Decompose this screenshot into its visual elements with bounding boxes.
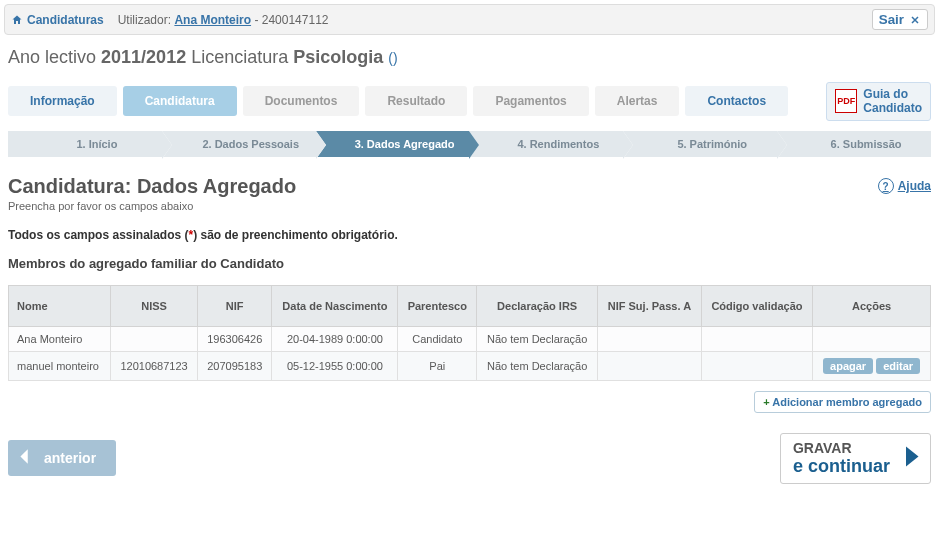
user-id: 2400147112	[262, 13, 329, 27]
tab-contactos[interactable]: Contactos	[685, 86, 788, 116]
page-title-row: Candidatura: Dados Agregado ? Ajuda	[0, 167, 939, 200]
heading-mid: Licenciatura	[186, 47, 293, 67]
add-member-button[interactable]: + Adicionar membro agregado	[754, 391, 931, 413]
nav-row: anterior GRAVAR e continuar	[0, 419, 939, 494]
chevron-left-icon	[14, 446, 36, 471]
tab-candidatura[interactable]: Candidatura	[123, 86, 237, 116]
step-inicio[interactable]: 1. Início	[8, 131, 162, 157]
col-nifsuj: NIF Suj. Pass. A	[598, 285, 702, 326]
edit-button[interactable]: editar	[876, 358, 920, 374]
cell-niss	[111, 326, 198, 351]
candidaturas-label: Candidaturas	[27, 13, 104, 27]
step-patrimonio[interactable]: 5. Património	[623, 131, 777, 157]
col-codval: Código validação	[701, 285, 813, 326]
step-rendimentos[interactable]: 4. Rendimentos	[469, 131, 623, 157]
add-row: + Adicionar membro agregado	[0, 385, 939, 419]
col-acc: Acções	[813, 285, 931, 326]
cell-nome: manuel monteiro	[9, 351, 111, 380]
heading-paren: ()	[388, 50, 397, 66]
top-bar: Candidaturas Utilizador: Ana Monteiro - …	[4, 4, 935, 35]
help-icon: ?	[878, 178, 894, 194]
page-title: Candidatura: Dados Agregado	[8, 175, 296, 198]
user-info: Utilizador: Ana Monteiro - 2400147112	[118, 13, 329, 27]
mand-post: ) são de preenchimento obrigatório.	[193, 228, 398, 242]
next-label-2: e continuar	[793, 456, 890, 477]
tab-pagamentos[interactable]: Pagamentos	[473, 86, 588, 116]
user-label: Utilizador:	[118, 13, 171, 27]
col-dn: Data de Nascimento	[272, 285, 398, 326]
table-row: manuel monteiro 12010687123 207095183 05…	[9, 351, 931, 380]
tab-alertas[interactable]: Alertas	[595, 86, 680, 116]
previous-button[interactable]: anterior	[8, 440, 116, 476]
cell-niss: 12010687123	[111, 351, 198, 380]
col-niss: NISS	[111, 285, 198, 326]
page-subtitle: Preencha por favor os campos abaixo	[0, 200, 939, 222]
cell-irs: Não tem Declaração	[477, 326, 598, 351]
delete-button[interactable]: apagar	[823, 358, 873, 374]
wizard-steps: 1. Início 2. Dados Pessoais 3. Dados Agr…	[0, 127, 939, 167]
home-icon	[11, 14, 23, 26]
step-submissao[interactable]: 6. Submissão	[777, 131, 931, 157]
step-dados-agregado[interactable]: 3. Dados Agregado	[316, 131, 470, 157]
cell-codval	[701, 326, 813, 351]
col-irs: Declaração IRS	[477, 285, 598, 326]
help-link[interactable]: ? Ajuda	[878, 178, 931, 194]
save-continue-button[interactable]: GRAVAR e continuar	[780, 433, 931, 484]
col-parent: Parentesco	[398, 285, 477, 326]
cell-nif: 207095183	[198, 351, 272, 380]
mandatory-note: Todos os campos assinalados (*) são de p…	[0, 222, 939, 248]
cell-nif: 196306426	[198, 326, 272, 351]
cell-dn: 05-12-1955 0:00:00	[272, 351, 398, 380]
tab-informacao[interactable]: Informação	[8, 86, 117, 116]
guide-line2: Candidato	[863, 101, 922, 115]
guide-button[interactable]: PDF Guia doCandidato	[826, 82, 931, 121]
cell-nifsuj	[598, 351, 702, 380]
guide-line1: Guia do	[863, 87, 908, 101]
cell-irs: Não tem Declaração	[477, 351, 598, 380]
cell-dn: 20-04-1989 0:00:00	[272, 326, 398, 351]
candidaturas-link[interactable]: Candidaturas	[11, 13, 104, 27]
user-name-link[interactable]: Ana Monteiro	[174, 13, 251, 27]
plus-icon: +	[763, 396, 769, 408]
step-dados-pessoais[interactable]: 2. Dados Pessoais	[162, 131, 316, 157]
col-nif: NIF	[198, 285, 272, 326]
page-heading: Ano lectivo 2011/2012 Licenciatura Psico…	[0, 39, 939, 70]
logout-label: Sair	[879, 12, 904, 27]
mand-pre: Todos os campos assinalados (	[8, 228, 189, 242]
add-member-label: Adicionar membro agregado	[772, 396, 922, 408]
members-table: Nome NISS NIF Data de Nascimento Parente…	[8, 285, 931, 381]
help-label: Ajuda	[898, 179, 931, 193]
table-row: Ana Monteiro 196306426 20-04-1989 0:00:0…	[9, 326, 931, 351]
previous-label: anterior	[44, 450, 96, 466]
heading-course: Psicologia	[293, 47, 383, 67]
cell-codval	[701, 351, 813, 380]
next-label-1: GRAVAR	[793, 440, 890, 456]
cell-parent: Pai	[398, 351, 477, 380]
cell-acc: apagar editar	[813, 351, 931, 380]
col-nome: Nome	[9, 285, 111, 326]
cell-parent: Candidato	[398, 326, 477, 351]
section-title: Membros do agregado familiar do Candidat…	[0, 248, 939, 281]
heading-prefix: Ano lectivo	[8, 47, 101, 67]
tabs-row: Informação Candidatura Documentos Result…	[0, 70, 939, 127]
heading-year: 2011/2012	[101, 47, 186, 67]
tab-resultado[interactable]: Resultado	[365, 86, 467, 116]
cell-nome: Ana Monteiro	[9, 326, 111, 351]
chevron-right-icon	[896, 440, 926, 477]
cell-acc	[813, 326, 931, 351]
cell-nifsuj	[598, 326, 702, 351]
close-icon	[909, 14, 921, 26]
logout-button[interactable]: Sair	[872, 9, 928, 30]
tab-documentos[interactable]: Documentos	[243, 86, 360, 116]
pdf-icon: PDF	[835, 89, 857, 113]
